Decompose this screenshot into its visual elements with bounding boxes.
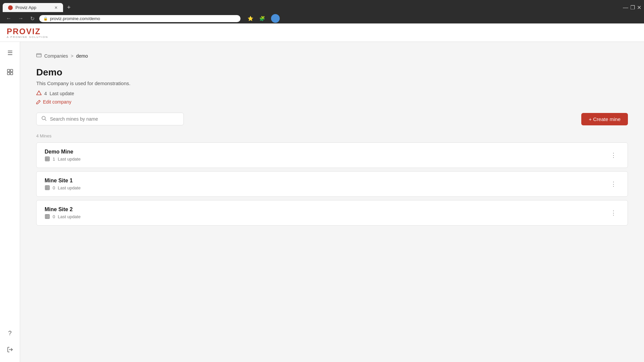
mine-sites-count: 0: [53, 214, 55, 219]
tab-close-btn[interactable]: ✕: [54, 5, 58, 10]
sidebar-top: ☰: [5, 47, 15, 328]
logo-highlight: VIZ: [26, 27, 41, 36]
svg-rect-8: [45, 157, 49, 161]
mines-count-value: 4: [44, 91, 47, 96]
extension-icon[interactable]: 🧩: [258, 15, 267, 22]
url-text: proviz.promine.com/demo: [50, 16, 100, 21]
breadcrumb-separator: >: [71, 53, 73, 59]
back-button[interactable]: ←: [4, 15, 13, 22]
tab-favicon: [8, 5, 13, 10]
active-tab[interactable]: Proviz App ✕: [3, 3, 63, 12]
logo-pre: PRO: [7, 27, 26, 36]
mine-info: Demo Mine 1 Last update: [45, 149, 80, 162]
profile-icon[interactable]: [269, 13, 281, 24]
svg-rect-13: [45, 186, 49, 190]
main-content: Companies > demo Demo This Company is us…: [20, 42, 644, 362]
tab-title: Proviz App: [15, 5, 36, 10]
edit-icon: [36, 100, 41, 104]
mine-meta: 1 Last update: [45, 156, 80, 162]
mine-meta: 0 Last update: [45, 185, 80, 190]
mine-sites-icon: [45, 214, 50, 219]
close-window-button[interactable]: ✕: [637, 4, 641, 11]
mine-name: Mine Site 1: [45, 178, 80, 184]
tab-bar: Proviz App ✕ + — ❐ ✕: [0, 0, 644, 12]
mine-list: Demo Mine 1 Last update ⋮: [36, 142, 628, 229]
mine-card[interactable]: Mine Site 1 0 Last update: [36, 171, 628, 197]
mine-card[interactable]: Demo Mine 1 Last update ⋮: [36, 142, 628, 168]
svg-rect-18: [45, 215, 49, 219]
browser-chrome: Proviz App ✕ + — ❐ ✕ ← → ↻ 🔒 proviz.prom…: [0, 0, 644, 23]
edit-link-label: Edit company: [43, 99, 71, 105]
forward-button[interactable]: →: [16, 15, 25, 22]
sidebar-bottom: ?: [5, 328, 15, 357]
mine-card[interactable]: Mine Site 2 0 Last update: [36, 200, 628, 226]
maximize-button[interactable]: ❐: [630, 4, 635, 11]
mine-sites-count: 0: [53, 185, 55, 190]
logo-subtitle: A PROMINE SOLUTION: [7, 36, 48, 39]
breadcrumb-companies-link[interactable]: Companies: [44, 53, 68, 59]
browser-controls: ← → ↻ 🔒 proviz.promine.com/demo ⭐ 🧩: [0, 12, 644, 24]
create-mine-button[interactable]: + Create mine: [581, 113, 628, 125]
app-header: PROVIZ A PROMINE SOLUTION: [0, 23, 644, 42]
mines-count-label: 4 Mines: [36, 133, 628, 138]
dashboard-icon[interactable]: [5, 67, 15, 79]
help-icon[interactable]: ?: [6, 328, 13, 339]
logo-text: PROVIZ: [7, 27, 41, 36]
mine-info: Mine Site 1 0 Last update: [45, 178, 80, 190]
company-meta: 4 Last update: [36, 90, 628, 97]
mine-info: Mine Site 2 0 Last update: [45, 206, 80, 219]
svg-marker-5: [37, 91, 41, 95]
svg-rect-2: [7, 72, 10, 75]
svg-rect-1: [10, 69, 13, 72]
svg-rect-4: [37, 54, 41, 57]
search-create-row: + Create mine: [36, 113, 628, 125]
new-tab-button[interactable]: +: [64, 3, 73, 12]
minimize-button[interactable]: —: [623, 5, 628, 11]
lock-icon: 🔒: [43, 16, 48, 21]
svg-point-6: [42, 116, 45, 120]
search-box[interactable]: [36, 113, 184, 125]
mine-more-button[interactable]: ⋮: [608, 208, 620, 218]
mine-more-button[interactable]: ⋮: [608, 150, 620, 160]
breadcrumb-current: demo: [76, 53, 88, 59]
svg-rect-3: [10, 72, 13, 75]
breadcrumb: Companies > demo: [36, 53, 628, 59]
sidebar: ☰ ?: [0, 42, 20, 362]
mine-meta: 0 Last update: [45, 214, 80, 219]
logout-icon[interactable]: [5, 344, 15, 357]
mine-sites-icon: [45, 185, 50, 190]
menu-icon[interactable]: ☰: [5, 47, 15, 59]
mine-last-update: Last update: [58, 157, 80, 162]
mine-name: Mine Site 2: [45, 206, 80, 213]
last-update-label: Last update: [50, 91, 74, 96]
svg-rect-0: [7, 69, 10, 72]
logo: PROVIZ A PROMINE SOLUTION: [7, 27, 48, 39]
mine-sites-icon: [45, 156, 50, 162]
search-icon: [41, 116, 47, 122]
svg-line-7: [45, 119, 46, 121]
mine-name: Demo Mine: [45, 149, 80, 155]
mine-sites-count: 1: [53, 157, 55, 162]
refresh-button[interactable]: ↻: [28, 15, 37, 22]
mines-icon: [36, 90, 42, 97]
page-description: This Company is used for demonstrations.: [36, 80, 628, 86]
address-bar[interactable]: 🔒 proviz.promine.com/demo: [39, 15, 240, 22]
search-input[interactable]: [50, 116, 179, 122]
bookmark-icon[interactable]: ⭐: [246, 15, 255, 22]
mine-last-update: Last update: [58, 185, 80, 190]
page-title: Demo: [36, 67, 628, 78]
mine-more-button[interactable]: ⋮: [608, 179, 620, 189]
breadcrumb-icon: [36, 53, 42, 59]
edit-company-link[interactable]: Edit company: [36, 99, 628, 105]
user-avatar: [271, 14, 280, 23]
mine-last-update: Last update: [58, 214, 80, 219]
